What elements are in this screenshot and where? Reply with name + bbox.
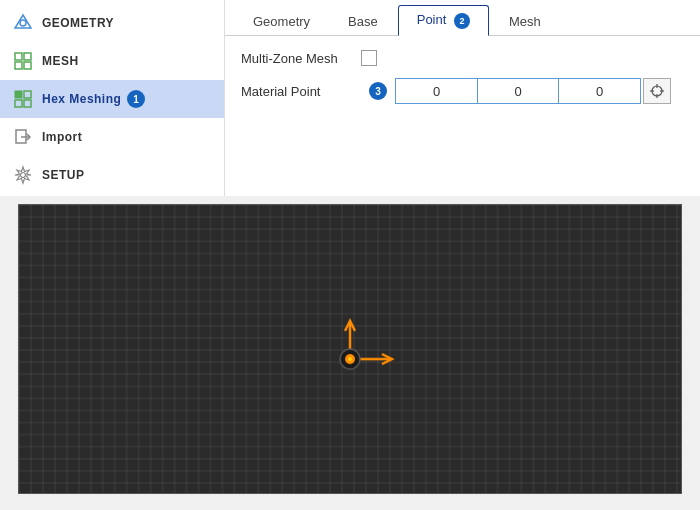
material-point-badge: 3 <box>369 82 387 100</box>
sidebar-item-hex-meshing[interactable]: Hex Meshing 1 <box>0 80 224 118</box>
tab-mesh[interactable]: Mesh <box>491 8 559 35</box>
sidebar-item-geometry-label: GEOMETRY <box>42 16 114 30</box>
svg-rect-9 <box>24 100 31 107</box>
tabs-row: Geometry Base Point 2 Mesh <box>225 0 700 36</box>
mesh-visualization <box>18 204 682 494</box>
crosshair-button[interactable] <box>643 78 671 104</box>
svg-rect-5 <box>24 62 31 69</box>
material-point-row: Material Point 3 <box>241 78 684 104</box>
tab-geometry[interactable]: Geometry <box>235 8 328 35</box>
multi-zone-checkbox[interactable] <box>361 50 377 66</box>
svg-rect-4 <box>15 62 22 69</box>
sidebar: GEOMETRY MESH Hex Meshing 1 Import <box>0 0 225 196</box>
tab-base[interactable]: Base <box>330 8 396 35</box>
sidebar-item-import[interactable]: Import <box>0 118 224 156</box>
setup-icon <box>12 164 34 186</box>
multi-zone-label: Multi-Zone Mesh <box>241 51 361 66</box>
sidebar-item-import-label: Import <box>42 130 82 144</box>
svg-point-12 <box>21 173 26 178</box>
tab-point[interactable]: Point 2 <box>398 5 489 36</box>
svg-rect-2 <box>15 53 22 60</box>
hexmesh-icon <box>12 88 34 110</box>
z-input[interactable] <box>559 78 641 104</box>
svg-rect-8 <box>15 100 22 107</box>
crosshair-icon <box>649 83 665 99</box>
sidebar-item-mesh[interactable]: MESH <box>0 42 224 80</box>
geometry-icon <box>12 12 34 34</box>
material-point-label: Material Point <box>241 84 361 99</box>
content-panel: Geometry Base Point 2 Mesh Multi-Zone Me… <box>225 0 700 196</box>
svg-point-1 <box>20 20 26 26</box>
sidebar-item-geometry[interactable]: GEOMETRY <box>0 4 224 42</box>
content-area: Multi-Zone Mesh Material Point 3 <box>225 36 700 196</box>
xyz-inputs <box>395 78 641 104</box>
y-input[interactable] <box>477 78 559 104</box>
svg-rect-6 <box>15 91 22 98</box>
import-icon <box>12 126 34 148</box>
multi-zone-row: Multi-Zone Mesh <box>241 50 684 66</box>
mesh-icon <box>12 50 34 72</box>
sidebar-item-setup-label: SETUP <box>42 168 84 182</box>
tab-point-badge: 2 <box>454 13 470 29</box>
sidebar-item-mesh-label: MESH <box>42 54 79 68</box>
bottom-section <box>0 196 700 510</box>
sidebar-item-hex-meshing-label: Hex Meshing <box>42 92 121 106</box>
sidebar-badge: 1 <box>127 90 145 108</box>
sidebar-item-setup[interactable]: SETUP <box>0 156 224 194</box>
svg-rect-7 <box>24 91 31 98</box>
x-input[interactable] <box>395 78 477 104</box>
mesh-canvas <box>19 205 681 493</box>
svg-rect-3 <box>24 53 31 60</box>
